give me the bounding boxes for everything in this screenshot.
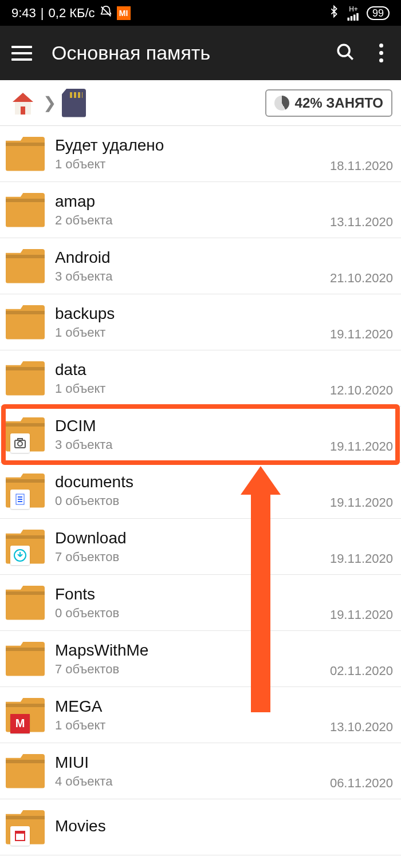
folder-item[interactable]: Android3 объекта21.10.2020 [0, 238, 401, 294]
folder-name: DCIM [55, 417, 330, 435]
folder-subtitle: 3 объекта [55, 437, 330, 452]
folder-text: Будет удалено1 объект [55, 136, 330, 172]
folder-text: data1 объект [55, 361, 330, 396]
status-left: 9:43 | 0,2 КБ/с MI [11, 5, 131, 21]
folder-item[interactable]: Будет удалено1 объект18.11.2020 [0, 126, 401, 182]
svg-point-5 [338, 45, 349, 56]
file-list[interactable]: Будет удалено1 объект18.11.2020amap2 объ… [0, 126, 401, 855]
svg-marker-7 [13, 93, 33, 102]
svg-rect-9 [21, 106, 25, 115]
folder-subtitle: 0 объектов [55, 494, 330, 508]
svg-rect-3 [353, 14, 356, 21]
app-bar: Основная память [0, 26, 401, 80]
folder-text: backups1 объект [55, 305, 330, 340]
mute-icon [100, 5, 112, 21]
folder-item[interactable]: Fonts0 объектов19.11.2020 [0, 575, 401, 631]
folder-name: data [55, 361, 330, 379]
folder-item[interactable]: MMEGA1 объект13.10.2020 [0, 687, 401, 743]
folder-item[interactable]: Movies [0, 799, 401, 855]
folder-subtitle: 7 объектов [55, 662, 330, 677]
folder-item[interactable]: backups1 объект19.11.2020 [0, 294, 401, 350]
folder-date: 02.11.2020 [330, 664, 393, 686]
folder-date: 19.11.2020 [330, 495, 393, 518]
status-speed: 0,2 КБ/с [49, 6, 95, 21]
svg-point-11 [18, 441, 22, 446]
folder-name: Android [55, 248, 330, 267]
folder-text: MIUI4 объекта [55, 753, 330, 789]
page-title: Основная память [52, 42, 336, 64]
download-overlay-icon [10, 546, 30, 565]
menu-button[interactable] [11, 42, 34, 65]
camera-overlay-icon [10, 433, 30, 453]
home-breadcrumb[interactable] [9, 89, 37, 117]
folder-subtitle: 1 объект [55, 381, 330, 396]
folder-subtitle: 4 объекта [55, 774, 330, 789]
folder-name: MapsWithMe [55, 641, 330, 660]
network-icon: H+ [347, 6, 360, 21]
storage-usage-label: 42% ЗАНЯТО [295, 95, 383, 111]
folder-name: backups [55, 305, 330, 323]
folder-icon [6, 305, 45, 340]
folder-date: 19.11.2020 [330, 551, 393, 574]
status-bar: 9:43 | 0,2 КБ/с MI H+ 99 [0, 0, 401, 26]
folder-item[interactable]: documents0 объектов19.11.2020 [0, 463, 401, 519]
folder-icon [6, 530, 45, 564]
folder-name: MEGA [55, 697, 330, 716]
svg-rect-4 [356, 13, 359, 20]
folder-name: documents [55, 473, 330, 491]
folder-subtitle: 1 объект [55, 157, 330, 172]
more-options-button[interactable] [372, 44, 390, 62]
folder-item[interactable]: DCIM3 объекта19.11.2020 [0, 407, 401, 463]
folder-date: 13.11.2020 [330, 215, 393, 238]
folder-text: MEGA1 объект [55, 697, 330, 733]
folder-icon [6, 249, 45, 283]
folder-date: 21.10.2020 [330, 271, 393, 294]
folder-date: 13.10.2020 [330, 720, 393, 743]
folder-name: MIUI [55, 753, 330, 772]
folder-text: Android3 объекта [55, 248, 330, 284]
folder-date: 19.11.2020 [330, 327, 393, 350]
folder-item[interactable]: MapsWithMe7 объектов02.11.2020 [0, 631, 401, 687]
folder-text: Download7 объектов [55, 529, 330, 565]
folder-subtitle: 7 объектов [55, 550, 330, 565]
folder-icon: M [6, 698, 45, 732]
folder-item[interactable]: MIUI4 объекта06.11.2020 [0, 743, 401, 799]
folder-subtitle: 1 объект [55, 718, 330, 733]
storage-usage-badge[interactable]: 42% ЗАНЯТО [265, 89, 392, 117]
search-button[interactable] [336, 42, 355, 64]
chevron-right-icon: ❯ [43, 93, 56, 112]
document-overlay-icon [10, 490, 30, 509]
folder-icon [6, 754, 45, 788]
folder-item[interactable]: amap2 объекта13.11.2020 [0, 182, 401, 238]
folder-date: 19.11.2020 [330, 439, 393, 462]
svg-rect-19 [15, 831, 25, 834]
svg-line-6 [348, 54, 353, 60]
folder-date: 19.11.2020 [330, 607, 393, 630]
battery-indicator: 99 [367, 6, 390, 20]
folder-item[interactable]: data1 объект12.10.2020 [0, 350, 401, 407]
folder-name: Fonts [55, 585, 330, 603]
svg-rect-12 [18, 439, 22, 440]
movie-overlay-icon [10, 826, 30, 846]
folder-text: MapsWithMe7 объектов [55, 641, 330, 677]
folder-text: Movies [55, 817, 393, 838]
folder-text: amap2 объекта [55, 192, 330, 228]
folder-icon [6, 417, 45, 452]
folder-subtitle: 0 объектов [55, 606, 330, 621]
folder-name: Movies [55, 817, 393, 835]
sd-card-breadcrumb[interactable] [62, 89, 86, 117]
folder-subtitle: 3 объекта [55, 269, 330, 284]
folder-name: amap [55, 192, 330, 211]
folder-name: Download [55, 529, 330, 547]
folder-icon [6, 642, 45, 676]
pie-chart-icon [274, 96, 289, 111]
folder-icon [6, 361, 45, 396]
svg-rect-2 [351, 16, 353, 21]
folder-icon [6, 193, 45, 227]
status-time: 9:43 [11, 6, 36, 21]
svg-rect-1 [347, 17, 349, 20]
folder-date: 06.11.2020 [330, 776, 393, 799]
mi-notification-icon: MI [117, 6, 131, 20]
folder-icon [6, 810, 45, 845]
folder-item[interactable]: Download7 объектов19.11.2020 [0, 519, 401, 575]
